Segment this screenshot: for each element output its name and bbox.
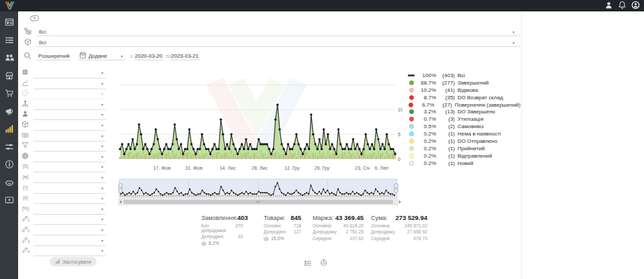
legend-item-11[interactable]: 0.2%(1)Прийнятий — [407, 145, 521, 152]
legend-percent: 0.2% — [416, 146, 436, 152]
filter-row-5[interactable]: ▾ — [20, 110, 107, 120]
category-filter-select[interactable]: Всі ▾ — [37, 27, 520, 36]
chevron-down-icon: ▾ — [101, 239, 103, 243]
chevron-down-icon: ▾ — [101, 165, 103, 169]
filter-row-7[interactable]: ▾ — [20, 131, 107, 142]
chart-canvas[interactable]: 051017. Жов31. Жов14. Лис28. Лис12. Гру2… — [118, 64, 402, 174]
sidebar-item-store[interactable] — [5, 71, 14, 80]
sidebar-item-settings[interactable] — [5, 142, 14, 152]
orders-list-icon[interactable] — [304, 260, 311, 267]
stat-sub-value: 718 — [294, 223, 301, 228]
sidebar-item-partners[interactable] — [5, 178, 14, 187]
legend-dot-marker — [409, 161, 414, 166]
legend-count: (2) — [436, 123, 455, 129]
chevron-down-icon: ▾ — [121, 54, 123, 58]
sidebar-item-purchases[interactable] — [5, 89, 14, 98]
legend-label: Всі — [458, 72, 521, 78]
filter-row-11[interactable]: {м}▾ — [20, 173, 107, 183]
range-handle-left[interactable] — [119, 184, 122, 192]
top-bar — [0, 0, 644, 11]
filter-row-6[interactable]: ▾ — [20, 121, 107, 131]
filter-row-3[interactable]: ?▾ — [20, 89, 107, 99]
stat-sub-value: 2 751.25 — [346, 229, 364, 234]
category-tree-icon — [24, 27, 32, 35]
legend-item-4[interactable]: 8.7%(35)DO Возврат склад — [407, 94, 521, 101]
svg-text:28. Лис: 28. Лис — [252, 166, 268, 170]
legend-label: DO Завершено — [458, 109, 521, 115]
sidebar-item-clients[interactable] — [5, 53, 14, 62]
products-sphere-icon[interactable] — [320, 259, 327, 266]
stat-sub-label: Допродажу: — [313, 229, 337, 234]
legend-dot-marker — [409, 80, 414, 85]
date-to-value: 2023-03-21 — [171, 53, 199, 59]
filter-row-1[interactable]: ▾ — [20, 68, 107, 78]
legend-item-13[interactable]: 0.2%(1)Новий — [407, 160, 521, 167]
scroll-right-arrow-icon[interactable] — [399, 201, 401, 204]
search-icon[interactable] — [23, 52, 32, 60]
filter-row-16[interactable]: 2▾ — [20, 225, 107, 235]
legend-dot-marker — [409, 146, 414, 151]
filter-row-8[interactable]: ▾ — [20, 142, 107, 152]
legend-item-9[interactable]: 0.2%(1)Нема в наявності — [407, 130, 521, 137]
sidebar-item-marketing[interactable] — [5, 107, 14, 116]
legend-item-5[interactable]: 6.7%(27)Повернення (завершений) — [407, 101, 521, 109]
search-mode-select[interactable]: Розширений ▾ — [37, 51, 70, 60]
legend-count: (1) — [436, 131, 455, 137]
account-icon[interactable] — [631, 1, 640, 9]
sidebar-item-info[interactable] — [5, 160, 14, 169]
apply-button[interactable]: Застосувати — [50, 257, 97, 266]
legend-percent: 0.2% — [416, 160, 436, 166]
svg-text:31. Жов: 31. Жов — [185, 166, 203, 170]
chevron-down-icon: ▾ — [101, 103, 103, 107]
sidebar-item-tutorials[interactable] — [5, 195, 14, 205]
bracket-icon: {м} — [20, 174, 31, 179]
legend-label: Нема в наявності — [458, 131, 521, 137]
legend-count: (41) — [436, 87, 455, 93]
chevron-down-icon: ▾ — [101, 144, 103, 148]
legend-item-1[interactable]: 100%(403)Всі — [407, 72, 521, 79]
legend-item-8[interactable]: 0.5%(2)Самовивіз — [407, 123, 521, 130]
legend-item-2[interactable]: 68.7%(277)Завершений — [407, 79, 521, 87]
presentation-icon[interactable] — [29, 13, 40, 23]
stat-sub-label: Допродані: — [264, 229, 286, 234]
sidebar-item-orders[interactable] — [5, 36, 14, 45]
main-sidebar — [0, 11, 18, 279]
date-field-select[interactable]: Додане ▾ — [78, 51, 125, 60]
filter-row-18[interactable]: 4▾ — [20, 246, 107, 256]
legend-percent: 8.7% — [416, 95, 436, 101]
legend-item-10[interactable]: 0.2%(1)DO Отправлено — [407, 137, 521, 145]
filter-row-14[interactable]: {%}▾ — [20, 205, 107, 215]
date-to-input[interactable]: 2023-03-21 — [170, 51, 200, 60]
chevron-down-icon: ▾ — [513, 30, 515, 34]
legend-percent: 0.5% — [416, 123, 436, 129]
legend-count: (1) — [436, 146, 455, 152]
svg-text:23. Січ: 23. Січ — [355, 166, 370, 170]
filter-row-12[interactable]: {т}▾ — [20, 184, 107, 194]
filter-row-9[interactable]: ▾ — [20, 152, 107, 162]
bracket-icon: {х} — [20, 195, 31, 200]
sidebar-item-statistics[interactable] — [5, 124, 14, 133]
filter-row-10[interactable]: {S}▾ — [20, 162, 107, 172]
sidebar-item-dashboard[interactable] — [5, 17, 14, 27]
filter-row-13[interactable]: {х}▾ — [20, 194, 107, 204]
range-handle-right[interactable] — [394, 184, 398, 192]
product-filter-select[interactable]: Всі ▾ — [37, 38, 520, 47]
legend-item-6[interactable]: 3.2%(13)DO Завершено — [407, 108, 521, 115]
notifications-bell-icon[interactable] — [618, 1, 627, 9]
date-from-input[interactable]: 2020-03-20 — [134, 51, 164, 60]
filter-row-2[interactable]: ▾ — [20, 79, 107, 89]
stat-column-1: Замовлення:403Без допродажів:370Допродан… — [201, 214, 243, 246]
legend-item-7[interactable]: 0.7%(3)Утилізація — [407, 115, 521, 123]
legend-item-3[interactable]: 10.2%(41)Відмова — [407, 87, 521, 94]
filter-row-17[interactable]: 3▾ — [20, 236, 107, 246]
filter-row-4[interactable]: ▾ — [20, 100, 107, 110]
legend-item-12[interactable]: 0.2%(1)Відправлений — [407, 152, 521, 160]
filter-row-15[interactable]: 1▾ — [20, 215, 107, 225]
chart-minimap[interactable] — [118, 178, 402, 205]
legend-label: Утилізація — [458, 116, 521, 122]
chevron-down-icon: ▾ — [68, 54, 70, 58]
user-icon[interactable] — [604, 1, 613, 9]
app-logo-icon[interactable] — [5, 1, 15, 11]
chevron-down-icon: ▾ — [101, 71, 103, 75]
stat-title: Замовлення: — [201, 215, 237, 221]
